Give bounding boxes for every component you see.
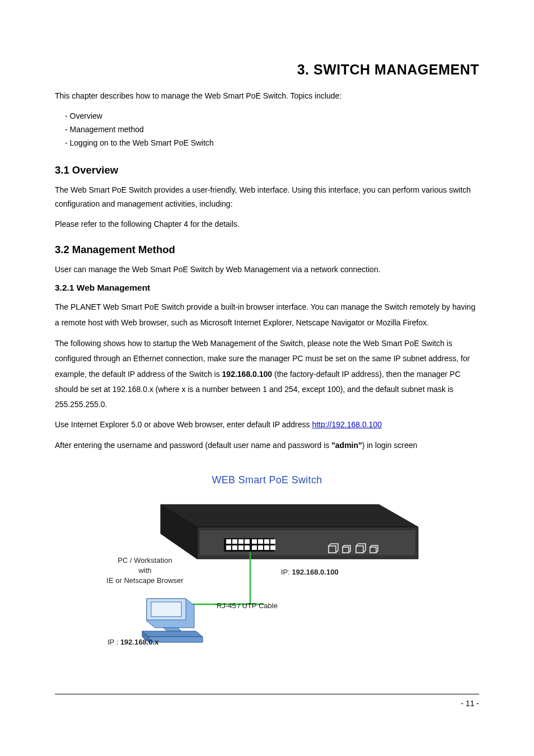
svg-rect-18 [258,545,263,550]
text-run: IE or Netscape Browser [106,576,183,585]
chapter-title: 3. SWITCH MANAGEMENT [55,62,479,78]
switch-icon [161,505,418,559]
text-run: ) in login screen [362,441,418,450]
list-item: - Overview [65,110,479,123]
text-run: IP : [107,638,120,646]
text-run: IP: [281,568,292,576]
svg-rect-5 [226,539,231,544]
svg-rect-12 [245,545,250,550]
svg-marker-0 [161,505,418,527]
paragraph: The PLANET Web Smart PoE Switch provide … [55,300,479,330]
topic-list: - Overview - Management method - Logging… [65,110,479,150]
svg-rect-17 [252,545,257,550]
switch-ip-value: 192.168.0.100 [292,568,339,576]
svg-rect-19 [264,545,269,550]
list-item: - Management method [65,123,479,137]
switch-ip-label: IP: 192.168.0.100 [281,567,339,577]
svg-rect-20 [270,545,275,550]
heading-web-management: 3.2.1 Web Management [55,283,479,293]
figure-title: WEB Smart PoE Switch [107,474,427,486]
paragraph: After entering the username and password… [55,438,479,452]
list-item: - Logging on to the Web Smart PoE Switch [65,137,479,150]
text-run: Use Internet Explorer 5.0 or above Web b… [55,420,312,429]
workstation-icon [142,599,203,642]
svg-rect-6 [232,539,237,544]
heading-overview: 3.1 Overview [55,164,479,176]
heading-management-method: 3.2 Management Method [55,244,479,256]
pc-ip-label: IP : 192.168.0.x [107,637,159,647]
page-number: - 11 - [461,699,479,708]
paragraph: Please refer to the following Chapter 4 … [55,217,479,231]
paragraph: The following shows how to startup the W… [55,336,479,412]
pc-ip-value: 192.168.0.x [120,638,159,646]
svg-marker-29 [163,628,181,631]
svg-rect-7 [238,539,243,544]
text-run: PC / Workstation [118,556,172,564]
pc-label: PC / Workstation with IE or Netscape Bro… [89,556,201,585]
svg-rect-28 [151,602,181,617]
text-run: with [138,566,151,575]
svg-rect-11 [238,545,243,550]
svg-rect-10 [232,545,237,550]
svg-rect-9 [226,545,231,550]
default-ip-link[interactable]: http://192.168.0.100 [312,420,382,429]
svg-rect-14 [258,539,263,544]
figure: WEB Smart PoE Switch [55,474,479,654]
paragraph: Use Internet Explorer 5.0 or above Web b… [55,418,479,432]
paragraph: The Web Smart PoE Switch provides a user… [55,183,479,211]
svg-rect-16 [270,539,275,544]
default-ip: 192.168.0.100 [222,370,273,379]
cable-label: RJ-45 / UTP Cable [217,601,278,611]
footer-rule [55,694,479,694]
svg-marker-30 [142,631,203,637]
svg-rect-13 [252,539,257,544]
default-credentials: "admin" [331,441,362,450]
svg-rect-15 [264,539,269,544]
intro-text: This chapter describes how to manage the… [55,90,479,102]
paragraph: User can manage the Web Smart PoE Switch… [55,263,479,277]
svg-rect-8 [245,539,250,544]
text-run: After entering the username and password… [55,441,331,450]
